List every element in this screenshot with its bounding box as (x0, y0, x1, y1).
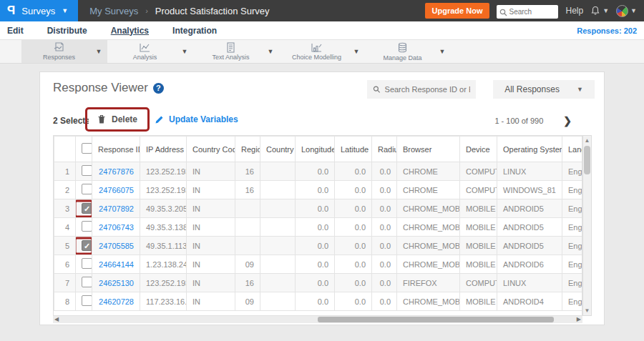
latitude-cell: 0.0 (335, 237, 372, 255)
breadcrumb: My Surveys › Product Satisfaction Survey (89, 6, 269, 16)
header-language[interactable]: Language (562, 137, 583, 162)
search-icon (499, 6, 507, 19)
horizontal-scrollbar[interactable]: ◀ ▶ (53, 316, 582, 323)
upgrade-now-button[interactable]: Upgrade Now (425, 3, 490, 19)
row-checkbox-cell (76, 218, 92, 237)
header-device[interactable]: Device (460, 137, 497, 162)
product-switcher[interactable]: P Surveys ▼ (0, 0, 78, 21)
response-id-link[interactable]: 24620728 (99, 297, 134, 306)
help-badge-icon[interactable]: ? (153, 83, 164, 94)
avatar (616, 5, 628, 17)
response-id-link: 24705585 (92, 237, 140, 255)
scroll-down-icon[interactable]: ▼ (583, 307, 591, 314)
scroll-left-icon[interactable]: ◀ (54, 316, 59, 323)
header-country[interactable]: Country (260, 137, 296, 162)
longitude-cell: 0.0 (296, 255, 335, 274)
latitude-cell: 0.0 (335, 255, 372, 274)
vertical-scroll-thumb[interactable] (584, 146, 590, 174)
region-cell: 16 (235, 274, 260, 292)
help-link[interactable]: Help (565, 6, 583, 16)
chevron-down-icon[interactable]: ▼ (182, 48, 188, 55)
header-browser[interactable]: Browser (397, 137, 460, 162)
row-number: 2 (54, 181, 76, 199)
select-all-checkbox[interactable] (82, 143, 92, 154)
header-select-all (76, 137, 92, 162)
radius-cell: 0.0 (372, 274, 397, 292)
ribbon-item-manage-data[interactable]: Manage Data ▼ (365, 40, 451, 63)
responses-filter-dropdown[interactable]: All Responses ▼ (493, 80, 595, 99)
chevron-down-icon[interactable]: ▼ (439, 48, 446, 55)
app-window: P Surveys ▼ My Surveys › Product Satisfa… (0, 0, 644, 341)
latitude-cell: 0.0 (335, 274, 372, 292)
response-id-link: 24767876 (92, 162, 140, 181)
response-id-link[interactable]: 24705585 (99, 242, 134, 250)
chevron-down-icon: ▼ (62, 8, 68, 14)
questionpro-logo-icon: P (7, 4, 15, 18)
account-menu[interactable]: ▼ (616, 5, 637, 17)
table-row: 5✓2470558549.35.1.113IN0.00.00.0CHROME_M… (54, 237, 583, 255)
response-id-link[interactable]: 24625130 (99, 279, 134, 287)
header-region[interactable]: Region (235, 137, 260, 162)
response-id-link[interactable]: 24766075 (99, 186, 134, 194)
tab-distribute[interactable]: Distribute (47, 26, 87, 36)
row-checkbox-checked[interactable]: ✓ (82, 240, 92, 251)
region-cell (235, 218, 260, 237)
table-header-row: Response ID▲ IP Address Country Code Reg… (54, 137, 583, 162)
response-id-link: 24625130 (92, 274, 140, 292)
row-checkbox-checked[interactable]: ✓ (82, 203, 92, 214)
tab-integration[interactable]: Integration (172, 26, 217, 36)
chevron-down-icon[interactable]: ▼ (268, 48, 274, 55)
country-cell (260, 218, 296, 237)
chevron-down-icon[interactable]: ▼ (96, 48, 102, 55)
ribbon-item-responses[interactable]: Responses ▼ (21, 40, 107, 63)
row-checkbox[interactable] (82, 295, 92, 306)
ribbon-item-text-analysis[interactable]: Text Analysis ▼ (193, 40, 279, 63)
row-checkbox[interactable] (82, 165, 92, 176)
scroll-right-icon[interactable]: ▶ (577, 316, 581, 323)
chevron-down-icon[interactable]: ▼ (353, 48, 360, 55)
responses-filter-value: All Responses (504, 84, 560, 94)
ribbon-item-analysis[interactable]: Analysis ▼ (107, 40, 193, 63)
tab-analytics[interactable]: Analytics (111, 26, 149, 36)
operating-system-cell: LINUX (497, 162, 562, 181)
row-checkbox[interactable] (82, 184, 92, 194)
horizontal-scroll-thumb[interactable] (318, 317, 554, 322)
tab-edit[interactable]: Edit (7, 26, 24, 36)
radius-cell: 0.0 (372, 199, 397, 218)
scroll-up-icon[interactable]: ▲ (583, 137, 591, 144)
row-checkbox[interactable] (82, 221, 92, 232)
vertical-scrollbar[interactable]: ▲ ▼ (582, 135, 592, 316)
response-id-link[interactable]: 24706743 (99, 223, 134, 232)
header-radius[interactable]: Radius (372, 137, 397, 162)
response-id-link[interactable]: 24767876 (99, 167, 134, 176)
response-search[interactable] (367, 80, 476, 99)
response-id-link[interactable]: 24664144 (99, 260, 134, 269)
header-country-code[interactable]: Country Code (187, 137, 235, 162)
response-id-link[interactable]: 24707892 (99, 204, 134, 213)
update-variables-button[interactable]: Update Variables (155, 114, 238, 124)
breadcrumb-parent[interactable]: My Surveys (89, 6, 138, 16)
page-title: Response Viewer (53, 81, 148, 95)
operating-system-cell: ANDROID6 (497, 255, 562, 274)
row-checkbox[interactable] (82, 258, 92, 269)
next-page-button[interactable]: ❯ (563, 115, 572, 127)
row-number: 5 (54, 237, 76, 255)
header-longitude[interactable]: Longitude (296, 137, 335, 162)
header-ip-address[interactable]: IP Address (140, 137, 187, 162)
header-response-id[interactable]: Response ID▲ (92, 137, 140, 162)
latitude-cell: 0.0 (335, 162, 372, 181)
device-cell: MOBILE (460, 218, 497, 237)
delete-button[interactable]: Delete (89, 111, 146, 128)
header-latitude[interactable]: Latitude (335, 137, 372, 162)
response-search-input[interactable] (385, 85, 470, 94)
header-operating-system[interactable]: Operating System (497, 137, 562, 162)
notifications-menu[interactable]: ▼ (590, 6, 609, 16)
ip-address-cell: 117.233.16.177 (140, 292, 187, 311)
ribbon-item-choice-modelling[interactable]: Choice Modelling ▼ (279, 40, 365, 63)
global-search[interactable] (497, 4, 558, 18)
row-checkbox[interactable] (82, 277, 92, 287)
responses-count[interactable]: Responses: 202 (577, 26, 637, 35)
region-cell: 09 (235, 255, 260, 274)
radius-cell: 0.0 (372, 162, 397, 181)
country-code-cell: IN (187, 255, 235, 274)
